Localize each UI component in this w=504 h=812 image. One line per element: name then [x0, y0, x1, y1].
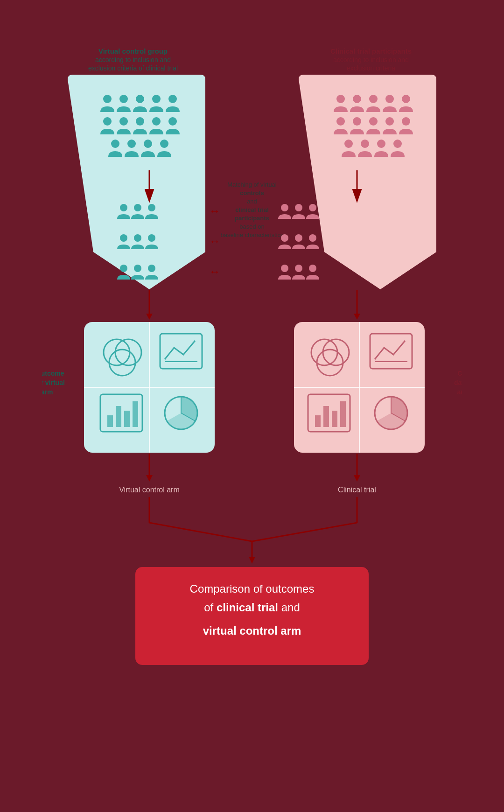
svg-rect-59: [107, 415, 113, 427]
matching-text-4: based on: [239, 223, 265, 230]
svg-point-35: [309, 204, 316, 211]
svg-point-6: [119, 117, 128, 126]
svg-point-12: [144, 140, 152, 148]
final-text-2: of clinical trial and: [204, 601, 300, 614]
matching-text-bold-1: controls: [240, 189, 264, 196]
svg-point-1: [119, 95, 128, 103]
left-arrow-shape: [68, 75, 205, 289]
svg-point-22: [385, 117, 394, 126]
svg-point-4: [168, 95, 177, 103]
svg-point-18: [402, 95, 410, 103]
svg-point-21: [369, 117, 378, 126]
svg-marker-82: [354, 475, 360, 482]
svg-point-47: [309, 265, 316, 272]
svg-point-11: [127, 140, 136, 148]
svg-rect-60: [116, 406, 121, 427]
svg-rect-61: [124, 411, 130, 427]
svg-point-32: [148, 204, 155, 211]
svg-point-19: [336, 117, 345, 126]
svg-point-39: [281, 234, 288, 242]
svg-point-17: [385, 95, 394, 103]
right-top-label-2: according to inclusion and: [333, 56, 409, 63]
left-side-label-1: Weighted outcome: [42, 370, 64, 377]
svg-point-13: [160, 140, 168, 148]
svg-point-30: [120, 204, 127, 211]
left-top-label-3: exclusion criteria of clinical trial: [88, 64, 178, 72]
svg-point-10: [111, 140, 119, 148]
left-top-label-2: according to inclusion and: [95, 56, 171, 63]
svg-point-7: [136, 117, 144, 126]
svg-point-5: [103, 117, 112, 126]
svg-point-45: [281, 265, 288, 272]
svg-point-24: [344, 140, 353, 148]
svg-point-44: [148, 265, 155, 272]
main-diagram: Virtual control group according to inclu…: [42, 28, 462, 793]
svg-point-26: [377, 140, 385, 148]
svg-point-0: [103, 95, 112, 103]
matching-text-5: baseline characteristics: [220, 231, 284, 238]
svg-point-23: [402, 117, 410, 126]
matching-text-3: participants: [235, 215, 269, 222]
svg-line-84: [252, 523, 357, 541]
virtual-arm-label: Virtual control arm: [119, 486, 180, 494]
svg-point-42: [120, 265, 127, 272]
matching-text-2: and: [247, 198, 257, 205]
final-text-3: virtual control arm: [203, 624, 301, 637]
svg-point-3: [152, 95, 161, 103]
svg-point-36: [120, 234, 127, 242]
svg-point-20: [353, 117, 361, 126]
left-side-label-2: analyses for virtual: [42, 379, 65, 386]
svg-line-83: [149, 523, 252, 541]
svg-rect-62: [133, 401, 138, 427]
svg-point-31: [134, 204, 141, 211]
diagram-svg: Virtual control group according to inclu…: [42, 28, 462, 793]
svg-point-16: [369, 95, 378, 103]
svg-rect-74: [315, 415, 321, 427]
svg-point-14: [336, 95, 345, 103]
svg-point-34: [295, 204, 302, 211]
svg-point-43: [134, 265, 141, 272]
matching-text-bold-2: clinical trial: [235, 206, 269, 213]
svg-point-46: [295, 265, 302, 272]
svg-point-15: [353, 95, 361, 103]
final-comparison-box: [135, 567, 369, 665]
right-side-label-1: Clinical trial: [457, 370, 462, 377]
svg-point-2: [136, 95, 144, 103]
h-arrow-3: ↔: [209, 265, 220, 278]
final-text-1: Comparison of outcomes: [190, 582, 315, 595]
svg-marker-81: [146, 475, 153, 482]
svg-rect-75: [323, 406, 329, 427]
svg-marker-86: [249, 557, 255, 564]
matching-text-1: Matching of virtual: [227, 181, 277, 188]
right-arrow-shape: [299, 75, 436, 289]
right-side-label-2: data on safety: [454, 379, 462, 386]
right-top-label-3: exclusion criteria: [347, 64, 395, 72]
svg-point-37: [134, 234, 141, 242]
svg-point-27: [393, 140, 402, 148]
right-top-label: Clinical trial participants: [330, 47, 412, 55]
svg-point-40: [295, 234, 302, 242]
match-group-right-3: [278, 265, 319, 280]
svg-marker-49: [146, 314, 153, 320]
h-arrow-1: ↔: [209, 204, 220, 217]
left-top-label: Virtual control group: [98, 47, 168, 55]
svg-point-25: [361, 140, 369, 148]
svg-point-41: [309, 234, 316, 242]
svg-marker-50: [354, 314, 360, 320]
svg-point-8: [152, 117, 161, 126]
match-group-right-1: [278, 204, 319, 219]
h-arrow-2: ↔: [209, 235, 220, 247]
clinical-trial-label: Clinical trial: [338, 486, 376, 494]
svg-point-33: [281, 204, 288, 211]
svg-rect-76: [332, 411, 337, 427]
right-side-label-3: and efficacy: [457, 388, 462, 396]
svg-rect-77: [340, 401, 346, 427]
left-side-label-3: control arm: [42, 388, 53, 396]
svg-point-9: [168, 117, 177, 126]
match-group-right-2: [278, 234, 319, 249]
svg-point-38: [148, 234, 155, 242]
